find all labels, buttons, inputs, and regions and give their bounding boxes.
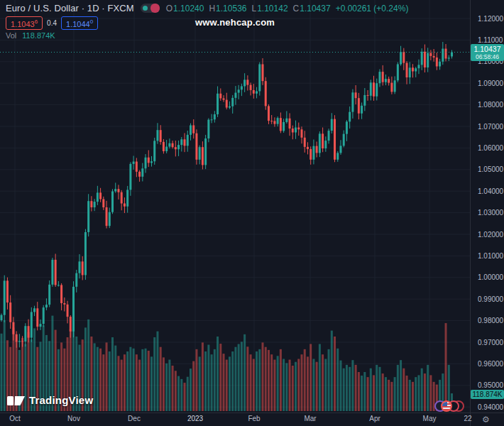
price-tick-label[interactable]: 0.99000 [478,295,504,303]
volume-bar [427,365,429,411]
volume-bar [394,377,396,411]
candle-body [99,192,102,199]
buy-sell-toggle[interactable] [141,4,160,13]
price-tick-label[interactable]: 1.00000 [478,273,504,281]
candle-body [43,307,45,324]
candle-body [256,91,258,93]
volume-bar [168,360,170,411]
chart-legend: Euro / U.S. Dollar · 1D · FXCM O1.10240 … [6,3,408,13]
tradingview-logo-icon [7,393,25,407]
candle-body [9,302,11,322]
price-tick-label[interactable]: 1.02000 [478,231,504,239]
price-tick-label[interactable]: 1.12000 [478,15,504,23]
time-tick-label[interactable]: 2023 [187,415,204,422]
candle-body [390,83,393,92]
chart-canvas[interactable]: 1.120001.110001.100001.090001.080001.070… [0,0,504,426]
price-tick-label[interactable]: 0.95000 [478,381,504,389]
volume-bar [117,356,119,411]
time-tick-label[interactable]: Oct [9,415,21,422]
tradingview-logo[interactable]: TradingView [7,393,93,407]
close-label: C [293,4,300,13]
volume-bar [211,354,213,411]
price-tick-label[interactable]: 1.01000 [478,252,504,260]
candle-body [1,315,3,320]
price-tick-label[interactable]: 1.05000 [478,165,504,173]
price-tick-label[interactable]: 1.07000 [478,123,504,131]
candle-body [24,326,26,342]
candle-body [204,138,207,165]
price-tick-label[interactable]: 0.97000 [478,339,504,346]
candle-body [16,334,18,342]
price-tick-label[interactable]: 0.94000 [478,403,504,411]
economic-events [434,400,477,413]
candle-body [133,162,135,164]
volume-bar [343,368,345,411]
candle-body [148,158,150,163]
candle-body [21,341,23,342]
time-tick-label[interactable]: Dec [128,415,141,422]
time-tick-label[interactable]: 22 [464,415,472,422]
volume-bar [292,366,294,411]
candle-body [285,119,287,122]
candle-body [339,146,341,153]
volume-bar [175,371,177,411]
candle-body [336,153,339,159]
volume-bar [351,360,354,411]
candle-body [397,64,399,80]
price-tick-label[interactable]: 0.98000 [478,317,504,324]
candle-body [385,79,387,82]
volume-bar [361,376,363,411]
candle-body [121,192,123,204]
volume-bar [153,337,155,411]
candle-body [316,146,318,153]
price-tick-label[interactable]: 1.04000 [478,187,504,195]
volume-bar [355,365,357,411]
candle-body [445,49,447,59]
time-tick-label[interactable]: Mar [304,415,317,422]
candle-body [192,125,195,133]
volume-bar [373,375,375,411]
time-tick-label[interactable]: Apr [369,415,380,422]
time-tick-label[interactable]: May [423,415,437,422]
candle-body [429,53,432,56]
volume-bar [283,359,285,412]
us-flag-event-icon[interactable] [441,400,452,412]
candle-body [268,106,270,121]
settings-gear-icon[interactable]: ⚙ [482,415,490,425]
candle-body [217,94,219,114]
price-tick-label[interactable]: 0.96000 [478,360,504,368]
ohlc-values: O1.10240 H1.10536 L1.10142 C1.10437 +0.0… [166,4,409,13]
volume-bar [234,347,236,411]
volume-bar [429,375,432,411]
time-tick-label[interactable]: Feb [248,415,261,422]
volume-bar [256,351,258,411]
volume-bar [126,351,128,411]
candle-body [312,146,314,160]
time-tick-label[interactable]: Nov [67,415,80,422]
candle-body [129,164,131,190]
price-tick-label[interactable]: 1.08000 [478,101,504,109]
candle-body [412,67,414,71]
volume-bar [246,346,248,411]
candle-body [246,80,248,84]
candle-body [238,89,240,92]
candle-body [363,95,366,106]
volume-bar [270,354,273,411]
volume-bar [199,356,201,411]
price-tick-label[interactable]: 1.06000 [478,144,504,152]
candle-body [57,285,60,285]
candle-body [90,201,92,207]
volume-bar [265,347,267,411]
candle-body [117,189,119,192]
volume-bar [301,354,303,411]
volume-bar [273,360,275,411]
price-tick-label[interactable]: 1.11000 [478,36,503,44]
candle-body [297,128,300,130]
candle-body [111,192,114,212]
price-tick-label[interactable]: 1.09000 [478,80,504,87]
volume-bar [4,320,6,411]
candle-body [87,201,89,232]
price-tick-label[interactable]: 1.03000 [478,209,504,217]
candle-body [84,232,87,275]
candle-body [226,100,228,108]
